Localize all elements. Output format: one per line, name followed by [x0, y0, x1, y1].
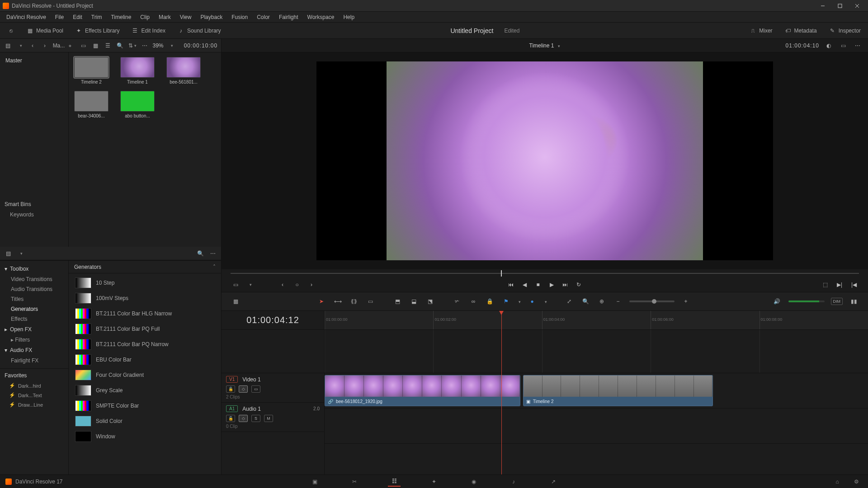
- fx-view-icon[interactable]: ▤: [4, 249, 13, 258]
- fx-audiofx[interactable]: ▾Audio FX: [0, 345, 68, 356]
- a1-lock[interactable]: 🔓: [226, 415, 235, 422]
- in-out-toggle[interactable]: ⬚: [820, 280, 830, 290]
- generator-item[interactable]: SMPTE Color Bar: [73, 398, 217, 413]
- viewer-zoom[interactable]: 39%: [152, 42, 163, 49]
- fx-cat-audio-transitions[interactable]: Audio Transitions: [0, 284, 68, 294]
- menu-file[interactable]: File: [51, 13, 68, 22]
- zoom-in-button[interactable]: +: [681, 296, 691, 306]
- fx-view-dropdown[interactable]: [16, 249, 25, 258]
- loop-button[interactable]: ↻: [574, 280, 584, 290]
- close-button[interactable]: [849, 1, 865, 11]
- dim-toggle[interactable]: DIM: [831, 298, 843, 305]
- timeline-timecode[interactable]: 01:00:04:12: [222, 311, 324, 330]
- zoom-dropdown[interactable]: [167, 41, 176, 50]
- match-frame-next[interactable]: ›: [307, 280, 316, 290]
- quick-export-button[interactable]: ⎋: [5, 25, 17, 36]
- video-track-header[interactable]: V1 Video 1 🔓 ◇ ▭ 2 Clips: [222, 373, 324, 403]
- clip-thumbnail[interactable]: [74, 91, 108, 112]
- generator-item[interactable]: Four Color Gradient: [73, 367, 217, 383]
- fx-fairlightfx[interactable]: Fairlight FX: [0, 356, 68, 366]
- menu-playback[interactable]: Playback: [196, 13, 227, 22]
- timeline-name[interactable]: Timeline 1: [529, 42, 554, 49]
- generator-item[interactable]: BT.2111 Color Bar PQ Full: [73, 321, 217, 337]
- custom-zoom-icon[interactable]: ⊕: [597, 296, 607, 306]
- v1-tag[interactable]: V1: [226, 376, 238, 383]
- audio-track-lane[interactable]: [325, 408, 868, 444]
- a1-mute[interactable]: M: [264, 415, 273, 422]
- single-viewer-icon[interactable]: ▭: [838, 41, 848, 51]
- generator-item[interactable]: BT.2111 Color Bar HLG Narrow: [73, 306, 217, 321]
- page-fairlight[interactable]: ♪: [507, 477, 520, 487]
- viewer-scrubber[interactable]: [231, 269, 859, 277]
- v1-enable[interactable]: ▭: [251, 385, 260, 393]
- marker-icon[interactable]: ●: [527, 296, 537, 306]
- replace-clip-icon[interactable]: ⬔: [425, 296, 435, 306]
- generator-item[interactable]: BT.2111 Color Bar PQ Narrow: [73, 337, 217, 352]
- bin-dropdown[interactable]: [16, 41, 24, 50]
- bin-list-icon[interactable]: ▤: [4, 41, 12, 50]
- next-edit-button[interactable]: ▶|: [835, 280, 844, 290]
- clip-thumbnail[interactable]: [120, 57, 155, 78]
- fx-collapse-icon[interactable]: ˄: [213, 264, 216, 270]
- page-cut[interactable]: ✂: [348, 477, 361, 487]
- menu-view[interactable]: View: [175, 13, 196, 22]
- overlay-dropdown[interactable]: [245, 280, 255, 290]
- overlay-toggle[interactable]: ▭: [231, 280, 241, 290]
- a1-solo[interactable]: S: [251, 415, 260, 422]
- fx-cat-effects[interactable]: Effects: [0, 314, 68, 324]
- page-edit[interactable]: ☷: [388, 477, 401, 487]
- match-frame-icon[interactable]: ‹: [278, 280, 288, 290]
- menu-mark[interactable]: Mark: [154, 13, 175, 22]
- clip-item[interactable]: Timeline 2: [74, 57, 108, 84]
- fx-cat-generators[interactable]: Generators: [0, 304, 68, 314]
- generator-item[interactable]: Window: [73, 429, 217, 444]
- timeline-ruler[interactable]: 01:00:00:0001:00:02:0001:00:04:0001:00:0…: [325, 311, 868, 330]
- blade-edit-icon[interactable]: ✃: [452, 296, 462, 306]
- a1-auto-select[interactable]: ◇: [239, 415, 248, 422]
- timeline-clip[interactable]: 🔗bee-5618012_1920.jpg: [325, 375, 520, 406]
- home-button[interactable]: ⌂: [831, 477, 844, 487]
- project-settings-button[interactable]: ⚙: [850, 477, 863, 487]
- clip-thumbnail[interactable]: [120, 91, 155, 112]
- fx-cat-titles[interactable]: Titles: [0, 294, 68, 304]
- video-track-lane[interactable]: 🔗bee-5618012_1920.jpg▣Timeline 2: [325, 373, 868, 408]
- dynamic-trim-tool[interactable]: ⟪⟫: [349, 296, 359, 306]
- selection-tool[interactable]: ➤: [316, 296, 326, 306]
- stop-button[interactable]: ■: [533, 280, 543, 290]
- fx-cat-video-transitions[interactable]: Video Transitions: [0, 274, 68, 284]
- play-button[interactable]: ▶: [547, 280, 557, 290]
- marker-dropdown[interactable]: [543, 298, 547, 305]
- timeline-tracks[interactable]: 01:00:00:0001:00:02:0001:00:04:0001:00:0…: [325, 311, 868, 474]
- clip-thumbnail[interactable]: [74, 57, 108, 78]
- bypass-grades-icon[interactable]: ◐: [824, 41, 834, 51]
- next-frame-button[interactable]: ⏭: [560, 280, 570, 290]
- inspector-toggle[interactable]: ✎Inspector: [826, 25, 863, 36]
- effects-library-toggle[interactable]: ✦Effects Library: [72, 25, 122, 36]
- menu-trim[interactable]: Trim: [87, 13, 107, 22]
- menu-fairlight[interactable]: Fairlight: [274, 13, 303, 22]
- smart-bins-header[interactable]: Smart Bins: [0, 199, 68, 210]
- zoom-slider[interactable]: [629, 300, 675, 302]
- overwrite-clip-icon[interactable]: ⬓: [409, 296, 419, 306]
- trim-tool[interactable]: ⟷: [333, 296, 343, 306]
- forward-button[interactable]: ›: [40, 41, 49, 50]
- fx-openfx[interactable]: ▸Open FX: [0, 324, 68, 335]
- flag-dropdown[interactable]: [517, 298, 521, 305]
- fx-more-icon[interactable]: ⋯: [208, 249, 217, 258]
- edit-index-toggle[interactable]: ☰Edit Index: [129, 25, 168, 36]
- v1-auto-select[interactable]: ◇: [239, 385, 248, 393]
- view-strip-icon[interactable]: ▭: [79, 41, 88, 50]
- view-grid-icon[interactable]: ▦: [91, 41, 100, 50]
- favorite-item[interactable]: ⚡Draw...Line: [0, 400, 68, 409]
- clip-item[interactable]: bee-561801...: [166, 57, 201, 84]
- minimize-button[interactable]: [815, 1, 831, 11]
- menu-color[interactable]: Color: [252, 13, 274, 22]
- favorite-item[interactable]: ⚡Dark...hird: [0, 381, 68, 390]
- metadata-toggle[interactable]: 🏷Metadata: [782, 25, 820, 36]
- bin-master[interactable]: Master: [0, 55, 68, 66]
- mixer-toggle[interactable]: ⎍Mixer: [746, 25, 775, 36]
- media-pool-toggle[interactable]: ▦Media Pool: [24, 25, 66, 36]
- more-options-icon[interactable]: ⋯: [140, 41, 149, 50]
- favorite-item[interactable]: ⚡Dark...Text: [0, 390, 68, 400]
- generator-item[interactable]: Solid Color: [73, 413, 217, 429]
